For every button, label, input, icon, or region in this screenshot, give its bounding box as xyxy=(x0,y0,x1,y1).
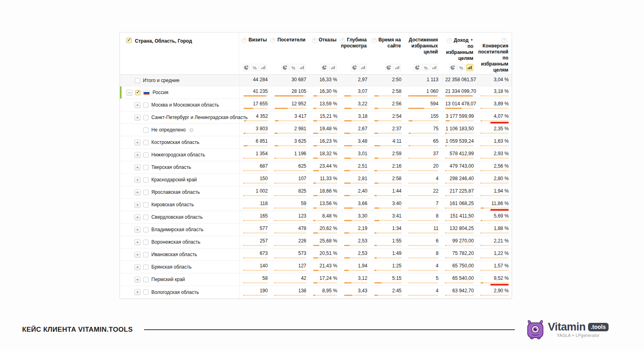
metric-value: 18,66 % xyxy=(313,188,337,194)
expand-button[interactable] xyxy=(134,140,140,146)
row-checkbox[interactable] xyxy=(143,289,149,295)
time-on-site-bars-view-button[interactable] xyxy=(394,64,401,71)
revenue-percent-view-button[interactable] xyxy=(458,64,465,71)
goal-achievements-bars-view-button[interactable] xyxy=(431,64,438,71)
row-checkbox[interactable] xyxy=(143,103,149,108)
expand-button[interactable] xyxy=(134,277,140,283)
row-name-cell: Санкт-Петербург и Ленинградская область xyxy=(120,111,240,123)
metric-bar-fill xyxy=(445,207,446,209)
row-checkbox[interactable] xyxy=(143,165,149,170)
expand-button[interactable] xyxy=(134,202,140,208)
expand-button[interactable] xyxy=(134,252,140,258)
metric-cell: 1 106 183,50 xyxy=(441,124,477,136)
time-on-site-pie-view-button[interactable] xyxy=(385,64,392,71)
metric-bar xyxy=(445,145,474,146)
metric-bar xyxy=(244,220,268,221)
row-checkbox[interactable] xyxy=(143,240,149,245)
select-all-checkbox[interactable] xyxy=(126,38,132,43)
metric-value: 2:58 xyxy=(374,176,402,181)
expand-button[interactable] xyxy=(134,189,140,195)
expand-button[interactable] xyxy=(134,152,140,158)
metric-bar-fill xyxy=(244,245,244,246)
metric-cell: 573 xyxy=(270,248,309,261)
metric-value: 257 xyxy=(244,238,268,244)
revenue-bars-view-button[interactable] xyxy=(466,64,473,71)
table-row: Нижегородская область1 3541 19618,32 %3,… xyxy=(120,149,512,161)
metric-cell: 161 068,25 xyxy=(441,199,477,211)
page-depth-pie-view-button[interactable] xyxy=(351,64,358,71)
metric-bar xyxy=(244,282,268,283)
row-checkbox[interactable] xyxy=(143,115,149,120)
metric-bar-fill xyxy=(408,108,424,109)
column-header-users: Посетители xyxy=(270,33,309,74)
metric-bar-fill xyxy=(374,282,382,283)
metric-bar-fill xyxy=(409,282,409,283)
metric-cell: 1:55 xyxy=(370,236,405,248)
users-percent-view-button[interactable] xyxy=(290,64,297,71)
metric-value: 165 xyxy=(244,213,268,219)
metric-cell: 578 412,99 xyxy=(441,149,477,161)
metric-cell: 3:41 xyxy=(370,211,405,223)
red-highlight-underline xyxy=(490,284,509,285)
row-checkbox[interactable] xyxy=(135,90,140,95)
metric-cell: 1 354 xyxy=(239,149,270,161)
red-highlight-underline xyxy=(490,209,509,211)
row-checkbox[interactable] xyxy=(143,202,149,207)
table-row: Вологодская область1901388,95 %3,432:454… xyxy=(120,286,512,298)
row-checkbox[interactable] xyxy=(143,127,149,133)
metric-bar xyxy=(408,108,438,109)
bounce-rate-bars-view-button[interactable] xyxy=(329,64,336,71)
page-depth-bars-view-button[interactable] xyxy=(359,64,367,71)
metric-cell: 257 xyxy=(239,236,270,248)
expand-button[interactable] xyxy=(134,289,140,295)
row-checkbox[interactable] xyxy=(135,78,140,83)
metric-bar xyxy=(275,295,306,296)
row-checkbox[interactable] xyxy=(143,265,149,270)
metric-cell: 3,22 xyxy=(340,99,370,111)
expand-button[interactable] xyxy=(134,177,140,183)
expand-button[interactable] xyxy=(134,227,140,233)
users-bars-view-button[interactable] xyxy=(298,64,305,71)
expand-button[interactable] xyxy=(134,115,140,121)
metric-bar xyxy=(481,232,509,234)
expand-button[interactable] xyxy=(134,164,140,170)
metric-cell: 673 xyxy=(239,248,270,261)
row-checkbox[interactable] xyxy=(143,227,149,232)
goal-achievements-percent-view-button[interactable] xyxy=(422,64,429,71)
metric-bar-fill xyxy=(409,145,410,146)
metric-value: 2:50 xyxy=(374,77,402,82)
metric-bar xyxy=(374,282,402,283)
expand-button[interactable] xyxy=(134,264,140,270)
metric-value: 118 xyxy=(244,201,268,206)
row-checkbox[interactable] xyxy=(143,252,149,257)
metric-bar-fill xyxy=(445,108,462,109)
metric-value: 3:40 xyxy=(374,201,402,206)
row-checkbox[interactable] xyxy=(143,190,149,195)
visits-bars-view-button[interactable] xyxy=(260,64,267,71)
bounce-rate-pie-view-button[interactable] xyxy=(321,64,328,71)
row-checkbox[interactable] xyxy=(143,215,149,220)
visits-pie-view-button[interactable] xyxy=(243,64,250,71)
pie-icon xyxy=(352,65,357,70)
metric-bar-fill xyxy=(244,170,244,171)
users-pie-view-button[interactable] xyxy=(281,64,289,71)
metric-value: 1 113 xyxy=(408,77,438,82)
row-checkbox[interactable] xyxy=(143,140,149,145)
metric-bar xyxy=(481,195,509,196)
row-checkbox[interactable] xyxy=(143,152,149,158)
row-label: Краснодарский край xyxy=(151,177,197,183)
visits-percent-view-button[interactable] xyxy=(251,64,258,71)
row-checkbox[interactable] xyxy=(143,177,149,183)
revenue-pie-view-button[interactable] xyxy=(449,64,456,71)
metric-cell: 2:58 xyxy=(370,86,405,99)
expand-button[interactable] xyxy=(134,239,140,245)
goal-achievements-pie-view-button[interactable] xyxy=(414,64,421,71)
metric-value: 2:56 xyxy=(374,101,402,107)
expand-button[interactable] xyxy=(134,214,140,220)
metric-bar xyxy=(275,158,306,159)
metric-value: 127 xyxy=(275,263,306,269)
expand-button[interactable] xyxy=(134,102,140,108)
collapse-button[interactable] xyxy=(126,90,132,96)
row-checkbox[interactable] xyxy=(143,277,149,282)
row-name-cell: Тверская область xyxy=(120,161,239,173)
